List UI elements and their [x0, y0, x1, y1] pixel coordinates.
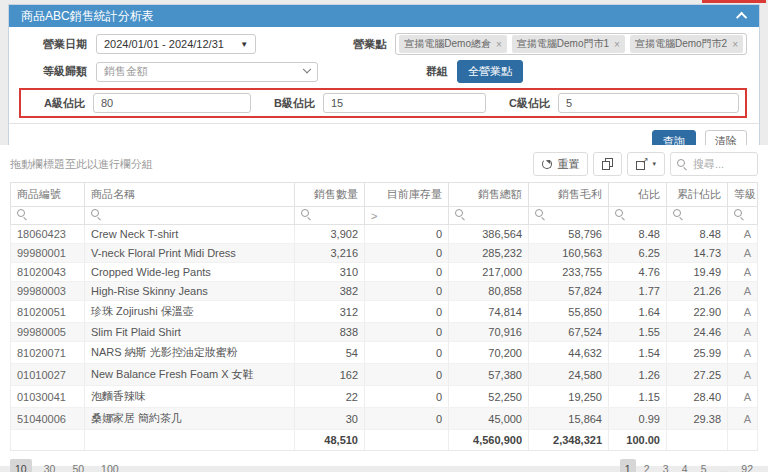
cell: NARS 納斯 光影控油定妝蜜粉: [85, 342, 295, 364]
cell: A: [728, 364, 758, 386]
column-header[interactable]: 佔比: [609, 183, 667, 207]
table-row[interactable]: 81020043Cropped Wide-leg Pants3100217,00…: [11, 263, 758, 282]
total-cell: 2,348,321: [529, 430, 609, 451]
column-filter[interactable]: [609, 207, 667, 225]
caret-down-icon: ▼: [240, 40, 248, 49]
table-row[interactable]: 81020051珍珠 Zojirushi 保溫壺312074,81455,850…: [11, 301, 758, 323]
business-point-tags[interactable]: 宣揚電腦Demo總倉×宣揚電腦Demo門市1×宣揚電腦Demo門市2×: [395, 33, 747, 55]
table-row[interactable]: 99980003High-Rise Skinny Jeans382080,858…: [11, 282, 758, 301]
cell: New Balance Fresh Foam X 女鞋: [85, 364, 295, 386]
column-header[interactable]: 等級: [728, 183, 758, 207]
x-icon[interactable]: ×: [496, 39, 502, 50]
annotation-red-box: A級佔比 B級佔比 C級佔比: [19, 88, 747, 118]
cell: 0: [365, 408, 449, 430]
column-header[interactable]: 累計佔比: [667, 183, 728, 207]
cell: A: [728, 244, 758, 263]
page-number[interactable]: 3: [658, 459, 674, 472]
table-row[interactable]: 01030041泡麵香辣味22052,25019,2501.1528.40A: [11, 386, 758, 408]
page-size-option[interactable]: 10: [10, 459, 32, 472]
cell: 0: [365, 263, 449, 282]
a-ratio-label: A級佔比: [27, 96, 85, 111]
column-filter[interactable]: [85, 207, 295, 225]
reset-button[interactable]: 重置: [533, 152, 588, 176]
table-row[interactable]: 01010027New Balance Fresh Foam X 女鞋16205…: [11, 364, 758, 386]
group-label: 群組: [402, 64, 448, 79]
page-number[interactable]: 1: [620, 459, 636, 472]
cell: A: [728, 342, 758, 364]
page-number[interactable]: 92: [736, 459, 758, 472]
column-filter[interactable]: [449, 207, 529, 225]
column-filter[interactable]: [11, 207, 85, 225]
panel-header: 商品ABC銷售統計分析表: [9, 5, 759, 27]
level-classification-select[interactable]: 銷售金額: [96, 62, 318, 82]
all-business-points-button[interactable]: 全營業點: [457, 60, 523, 83]
business-date-select[interactable]: 2024/01/01 - 2024/12/31 ▼: [96, 34, 256, 54]
column-filter[interactable]: [295, 207, 365, 225]
x-icon[interactable]: ×: [614, 39, 620, 50]
page-size-option[interactable]: 30: [39, 459, 61, 472]
cell: 28.40: [667, 386, 728, 408]
cell: 80,858: [449, 282, 529, 301]
refresh-icon: [542, 159, 552, 169]
table-row[interactable]: 81020071NARS 納斯 光影控油定妝蜜粉54070,20044,6321…: [11, 342, 758, 364]
page-number[interactable]: 2: [639, 459, 655, 472]
copy-button[interactable]: [593, 152, 622, 176]
cell: A: [728, 323, 758, 342]
x-icon[interactable]: ×: [732, 39, 738, 50]
cell: 19,250: [529, 386, 609, 408]
tag-label: 宣揚電腦Demo門市1: [517, 37, 609, 51]
page-number[interactable]: 4: [677, 459, 693, 472]
column-filter[interactable]: >: [365, 207, 449, 225]
column-header[interactable]: 銷售數量: [295, 183, 365, 207]
grid-search[interactable]: [670, 152, 758, 176]
column-filter[interactable]: [728, 207, 758, 225]
table-row[interactable]: 18060423Crew Neck T-shirt3,9020386,56458…: [11, 225, 758, 244]
reset-label: 重置: [557, 157, 579, 172]
business-point-label: 營業點: [340, 37, 386, 52]
column-filter[interactable]: [667, 207, 728, 225]
c-ratio-input[interactable]: [558, 93, 739, 113]
caret-down-icon: ▾: [652, 160, 656, 168]
pagination: 12345...92: [617, 459, 758, 472]
cell: 99980003: [11, 282, 85, 301]
column-header[interactable]: 銷售總額: [449, 183, 529, 207]
cell: 0: [365, 364, 449, 386]
column-header[interactable]: 銷售毛利: [529, 183, 609, 207]
export-button[interactable]: ▾: [627, 152, 665, 176]
annotation-fragment: [702, 0, 766, 3]
export-icon: [636, 158, 647, 170]
table-row[interactable]: 99980001V-neck Floral Print Midi Dress3,…: [11, 244, 758, 263]
cell: 1.77: [609, 282, 667, 301]
cell: 0: [365, 323, 449, 342]
page-size-option[interactable]: 50: [67, 459, 89, 472]
column-filter[interactable]: [529, 207, 609, 225]
page-number[interactable]: 5: [696, 459, 712, 472]
search-input[interactable]: [693, 158, 751, 170]
cell: A: [728, 386, 758, 408]
level-classification-value: 銷售金額: [104, 64, 148, 79]
cell: 3,902: [295, 225, 365, 244]
total-cell: [667, 430, 728, 451]
cell: 81020051: [11, 301, 85, 323]
total-cell: [365, 430, 449, 451]
cell: 54: [295, 342, 365, 364]
cell: 0: [365, 244, 449, 263]
cell: 57,824: [529, 282, 609, 301]
cell: 15,864: [529, 408, 609, 430]
column-header[interactable]: 商品名稱: [85, 183, 295, 207]
cell: 27.25: [667, 364, 728, 386]
b-ratio-input[interactable]: [323, 93, 486, 113]
cell: 0: [365, 386, 449, 408]
page-size-option[interactable]: 100: [96, 459, 124, 472]
search-icon: [455, 209, 466, 220]
total-cell: 48,510: [295, 430, 365, 451]
total-cell: [85, 430, 295, 451]
cell: 25.99: [667, 342, 728, 364]
cell: 0: [365, 342, 449, 364]
a-ratio-input[interactable]: [93, 93, 251, 113]
column-header[interactable]: 目前庫存量: [365, 183, 449, 207]
total-cell: 100.00: [609, 430, 667, 451]
table-row[interactable]: 99980005Slim Fit Plaid Shirt838070,91667…: [11, 323, 758, 342]
table-row[interactable]: 51040006桑娜家居 簡約茶几30045,00015,8640.9929.3…: [11, 408, 758, 430]
column-header[interactable]: 商品編號: [11, 183, 85, 207]
